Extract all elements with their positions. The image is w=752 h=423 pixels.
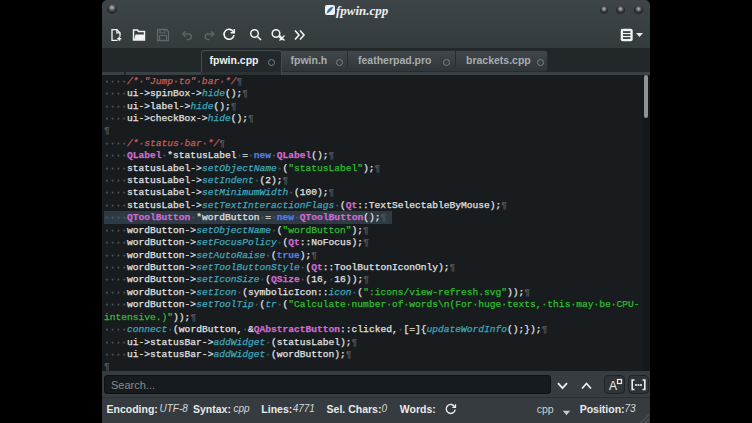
svg-text:A: A xyxy=(609,379,617,393)
